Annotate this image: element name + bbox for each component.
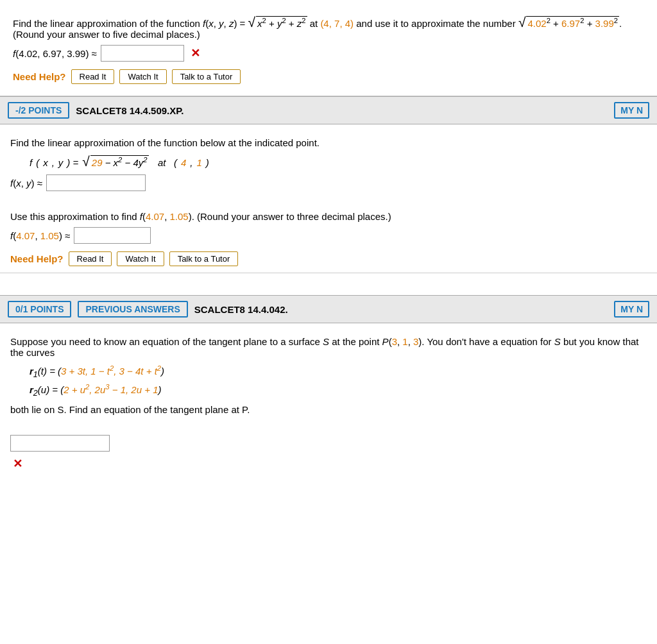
answer-row-2b: f(4.07, 1.05) ≈ (10, 227, 647, 244)
answer-row-2a: f(x, y) ≈ (10, 174, 647, 191)
answer-row-1: f(4.02, 6.97, 3.99) ≈ ✕ (13, 45, 644, 62)
sqrt-content-1: x2 + y2 + z2 (256, 16, 307, 29)
r1-line: r1(t) = (3 + 3t, 1 − t2, 3 − 4t + t2) (30, 364, 647, 379)
watch-it-btn-2[interactable]: Watch It (117, 251, 164, 266)
sqrt-cont-2: 29 − x2 − 4y2 (90, 155, 149, 168)
sqrt-symbol-num: √ (518, 15, 526, 29)
need-help-row-1: Need Help? Read It Watch It Talk to a Tu… (13, 69, 644, 84)
problem-text-3: Suppose you need to know an equation of … (10, 336, 647, 358)
my-n-badge-3: MY N (614, 301, 649, 318)
answer-input-2a[interactable] (46, 174, 146, 191)
section-2-content: Find the linear approximation of the fun… (0, 124, 657, 273)
my-n-badge-2: MY N (614, 102, 649, 119)
answer-input-2b[interactable] (74, 227, 151, 244)
talk-tutor-btn-2[interactable]: Talk to a Tutor (169, 251, 239, 266)
p-z: 3 (413, 336, 418, 347)
problem-text-2: Find the linear approximation of the fun… (10, 137, 647, 148)
need-help-label-2: Need Help? (10, 253, 64, 264)
num-6.97: 6.97 (561, 18, 580, 29)
sqrt-sym-2: √ (82, 155, 90, 168)
answer-input-3[interactable] (10, 435, 110, 452)
use-x: 4.07 (146, 211, 164, 222)
r1-content: 3 + 3t, 1 − t2, 3 − 4t + t2 (61, 366, 161, 377)
problem-text-1: Find the linear approximation of the fun… (13, 15, 644, 40)
wrong-row-3: ✕ (10, 457, 647, 471)
at-y-2: 1 (196, 157, 201, 168)
fx-approx-label: f(x, y) ≈ (10, 178, 42, 189)
f-4.07: 4.07 (16, 230, 35, 241)
answer-row-3 (10, 435, 647, 452)
f-1.05: 1.05 (40, 230, 59, 241)
p-x: 3 (392, 336, 397, 347)
watch-it-btn-1[interactable]: Watch It (119, 69, 166, 84)
section-1: Find the linear approximation of the fun… (0, 0, 657, 96)
sqrt-expression-number: √ 4.022 + 6.972 + 3.992 (518, 15, 619, 29)
answer-input-1[interactable] (101, 45, 184, 62)
section-title-3: SCALCET8 14.4.042. (194, 304, 608, 315)
divider-2 (0, 273, 657, 273)
fx-label-2: f (30, 157, 32, 168)
read-it-btn-1[interactable]: Read It (71, 69, 115, 84)
points-badge-2: -/2 POINTS (8, 102, 69, 119)
f-approx-label-2b: f(4.07, 1.05) ≈ (10, 230, 70, 241)
sqrt-symbol-1: √ (248, 15, 255, 29)
incorrect-icon-1: ✕ (191, 46, 200, 60)
use-y: 1.05 (170, 211, 189, 222)
num-4.02: 4.02 (527, 18, 546, 29)
need-help-row-2: Need Help? Read It Watch It Talk to a Tu… (10, 251, 647, 266)
point-1: (4, 7, 4) (320, 18, 354, 29)
math-block-2: f(x, y) = √ 29 − x2 − 4y2 at (4, 1) (30, 155, 647, 168)
section-title-2: SCALCET8 14.4.509.XP. (76, 105, 608, 116)
prev-answers-badge: PREVIOUS ANSWERS (78, 301, 187, 318)
math-line-2: f(x, y) = √ 29 − x2 − 4y2 at (4, 1) (30, 155, 647, 168)
r2-line: r2(u) = (2 + u2, 2u3 − 1, 2u + 1) (30, 383, 647, 398)
section-3-content: Suppose you need to know an equation of … (0, 323, 657, 482)
sqrt-num-29: 29 (92, 157, 103, 168)
answer-label-1: f(4.02, 6.97, 3.99) ≈ (13, 48, 97, 59)
sqrt-content-num: 4.022 + 6.972 + 3.992 (526, 16, 619, 29)
sqrt-expression-1: √ x2 + y2 + z2 (248, 15, 307, 29)
use-approx-text: Use this approximation to find f(4.07, 1… (10, 211, 647, 222)
p-y: 1 (402, 336, 407, 347)
talk-tutor-btn-1[interactable]: Talk to a Tutor (172, 69, 241, 84)
section-2-header: -/2 POINTS SCALCET8 14.4.509.XP. MY N (0, 96, 657, 124)
at-x-2: 4 (181, 157, 186, 168)
points-badge-3: 0/1 POINTS (8, 301, 71, 318)
both-lie-text: both lie on S. Find an equation of the t… (10, 404, 647, 415)
incorrect-icon-3: ✕ (13, 457, 22, 471)
need-help-label-1: Need Help? (13, 71, 66, 82)
section-3-header: 0/1 POINTS PREVIOUS ANSWERS SCALCET8 14.… (0, 295, 657, 323)
num-3.99: 3.99 (595, 18, 614, 29)
r2-content: 2 + u2, 2u3 − 1, 2u + 1 (64, 384, 158, 395)
sqrt-expr-2: √ 29 − x2 − 4y2 (82, 155, 148, 168)
read-it-btn-2[interactable]: Read It (69, 251, 112, 266)
math-block-3: r1(t) = (3 + 3t, 1 − t2, 3 − 4t + t2) r2… (30, 364, 647, 398)
